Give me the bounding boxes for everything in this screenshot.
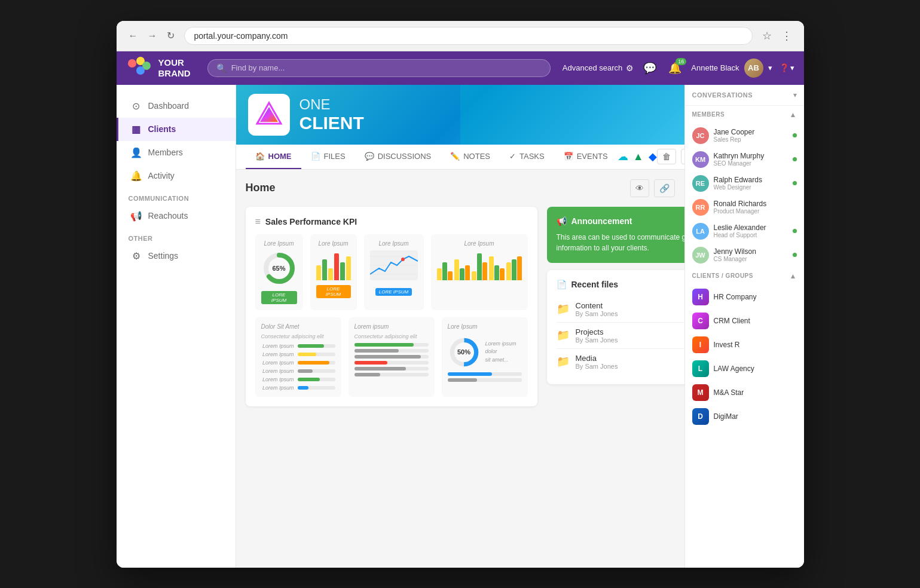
row2-chart2-subtitle: Consectetur adipiscing elit <box>354 333 429 339</box>
search-bar-container[interactable]: 🔍 <box>207 59 551 77</box>
sidebar-item-reachouts[interactable]: 📢 Reachouts <box>117 204 236 228</box>
advanced-search-button[interactable]: Advanced search ⚙ <box>563 63 634 73</box>
sidebar-item-members[interactable]: 👤 Members <box>117 141 236 164</box>
preview-button[interactable]: 👁 <box>630 179 649 197</box>
member-leslie-alexander[interactable]: LA Leslie Alexander Head of Support <box>685 219 804 243</box>
tab-home[interactable]: 🏠 HOME <box>246 145 301 169</box>
chevron-down-icon: ▾ <box>768 63 772 72</box>
sidebar-item-activity[interactable]: 🔔 Activity <box>117 164 236 188</box>
sidebar-item-dashboard[interactable]: ⊙ Dashboard <box>117 94 236 118</box>
tab-tasks[interactable]: ✓ TASKS <box>500 145 554 169</box>
kpi-chart-donut: Lore Ipsum 65% <box>255 234 303 310</box>
collapse-members-button[interactable]: ▲ <box>790 111 797 119</box>
chart1-title: Lore Ipsum <box>261 240 297 247</box>
members-icon: 👤 <box>130 147 142 158</box>
nav-actions: Advanced search ⚙ 💬 🔔 16 Annette Black A… <box>563 59 794 78</box>
tasks-tab-icon: ✓ <box>509 152 516 161</box>
help-button[interactable]: ❓ ▾ <box>780 63 794 72</box>
collapse-clients-button[interactable]: ▲ <box>790 272 797 280</box>
activity-icon: 🔔 <box>130 170 142 182</box>
files-tab-label: FILES <box>324 152 346 161</box>
clients-groups-header: CLIENTS / GROUPS ▲ <box>685 267 804 285</box>
other-section-label: OTHER <box>117 228 236 244</box>
client-group-invest[interactable]: I Invest R <box>685 333 804 357</box>
tab-events[interactable]: 📅 EVENTS <box>554 145 618 169</box>
row2-chart2-title: Lorem ipsum <box>354 323 429 330</box>
kpi-chart-multiprogress: Lorem ipsum Consectetur adipiscing elit <box>349 317 435 397</box>
chat-icon: 💬 <box>643 62 656 74</box>
member-avatar-leslie: LA <box>692 223 709 240</box>
client-group-ma[interactable]: M M&A Star <box>685 381 804 405</box>
client-group-law[interactable]: L LAW Agency <box>685 357 804 381</box>
tab-notes[interactable]: ✏️ NOTES <box>441 145 500 169</box>
multi-progress-4 <box>354 361 429 365</box>
notes-tab-icon: ✏️ <box>450 152 460 161</box>
settings-icon: ⚙ <box>130 250 142 262</box>
conversations-header: CONVERSATIONS ▾ <box>685 85 804 106</box>
multi-progress-3 <box>354 355 429 359</box>
forward-button[interactable]: → <box>145 28 160 44</box>
multi-progress-list <box>354 343 429 376</box>
back-button[interactable]: ← <box>126 28 140 44</box>
members-section-header: MEMBERS ▲ <box>685 106 804 124</box>
user-info[interactable]: Annette Black AB ▾ <box>691 59 772 78</box>
file-item-projects[interactable]: 📁 Projects By Sam Jones <box>557 323 684 349</box>
kpi-card: ≡ Sales Performance KPI Lore Ipsum <box>246 207 537 406</box>
file-item-content[interactable]: 📁 Content By Sam Jones <box>557 296 684 323</box>
help-chevron-icon: ▾ <box>790 63 794 72</box>
chat-button[interactable]: 💬 <box>641 59 659 77</box>
client-group-digimar[interactable]: D DigiMar <box>685 405 804 428</box>
delete-button[interactable]: 🗑 <box>657 149 676 164</box>
member-jane-cooper[interactable]: JC Jane Cooper Sales Rep <box>685 124 804 148</box>
file-item-media[interactable]: 📁 Media By Sam Jones <box>557 349 684 375</box>
client-logo-invest: I <box>692 336 709 353</box>
member-ralph-edwards[interactable]: RE Ralph Edwards Web Designer <box>685 172 804 195</box>
search-input[interactable] <box>231 63 542 72</box>
svg-point-0 <box>128 59 136 68</box>
member-info-jenny: Jenny Wilson CS Manager <box>714 247 788 262</box>
line-chart <box>370 250 418 280</box>
filter-icon: ⚙ <box>626 63 634 73</box>
browser-menu-button[interactable]: ⋮ <box>779 27 794 45</box>
right-panel: CONVERSATIONS ▾ MEMBERS ▲ JC Jane Cooper… <box>684 85 804 568</box>
link-button[interactable]: 🔗 <box>654 179 675 197</box>
chart2-title: Lore Ipsum <box>316 240 351 247</box>
tabs-bar: 🏠 HOME 📄 FILES 💬 DISCUSSIONS ✏️ NOTES <box>236 145 684 170</box>
online-dot-jane <box>793 133 797 137</box>
browser-actions: ☆ ⋮ <box>760 27 794 45</box>
client-logo-icon <box>254 100 284 130</box>
files-icon: 📄 <box>557 280 567 289</box>
client-group-crm[interactable]: C CRM Client <box>685 309 804 333</box>
notifications-button[interactable]: 🔔 16 <box>666 59 684 77</box>
member-info-jane: Jane Cooper Sales Rep <box>714 128 788 143</box>
page-title-bar: Home 👁 🔗 <box>246 179 675 197</box>
chart1-label: LORE IPSUM <box>261 291 297 304</box>
cloud-upload-icon[interactable]: ☁ <box>618 150 628 163</box>
multi-progress-5 <box>354 367 429 370</box>
google-drive-icon[interactable]: ▲ <box>633 151 644 163</box>
sidebar-item-settings[interactable]: ⚙ Settings <box>117 244 236 268</box>
online-dot-jenny <box>793 253 797 257</box>
member-ronald-richards[interactable]: RR Ronald Richards Product Manager <box>685 195 804 219</box>
dropbox-icon[interactable]: ◆ <box>649 150 657 163</box>
activity-label: Activity <box>148 171 175 180</box>
tab-files[interactable]: 📄 FILES <box>301 145 355 169</box>
client-logo-law: L <box>692 360 709 377</box>
page-actions: 👁 🔗 <box>630 179 675 197</box>
member-avatar-ronald: RR <box>692 199 709 216</box>
sidebar-item-clients[interactable]: ▦ Clients <box>117 118 236 141</box>
collapse-conversations-button[interactable]: ▾ <box>793 91 797 99</box>
events-tab-label: EVENTS <box>577 152 608 161</box>
member-jenny-wilson[interactable]: JW Jenny Wilson CS Manager <box>685 243 804 267</box>
tab-discussions[interactable]: 💬 DISCUSSIONS <box>355 145 441 169</box>
members-label: Members <box>148 148 183 157</box>
kpi-chart-progress: Dolor Sit Amet Consectetur adipiscing el… <box>255 317 341 397</box>
tasks-tab-label: TASKS <box>519 152 545 161</box>
client-group-hr[interactable]: H HR Company <box>685 285 804 309</box>
left-column: ≡ Sales Performance KPI Lore Ipsum <box>246 207 537 406</box>
bookmark-button[interactable]: ☆ <box>760 27 774 45</box>
donut-chart-2: 50% <box>448 336 481 369</box>
address-bar[interactable]: portal.your-company.com <box>184 27 753 45</box>
member-kathryn-murphy[interactable]: KM Kathryn Murphy SEO Manager <box>685 148 804 172</box>
reload-button[interactable]: ↻ <box>164 27 177 44</box>
